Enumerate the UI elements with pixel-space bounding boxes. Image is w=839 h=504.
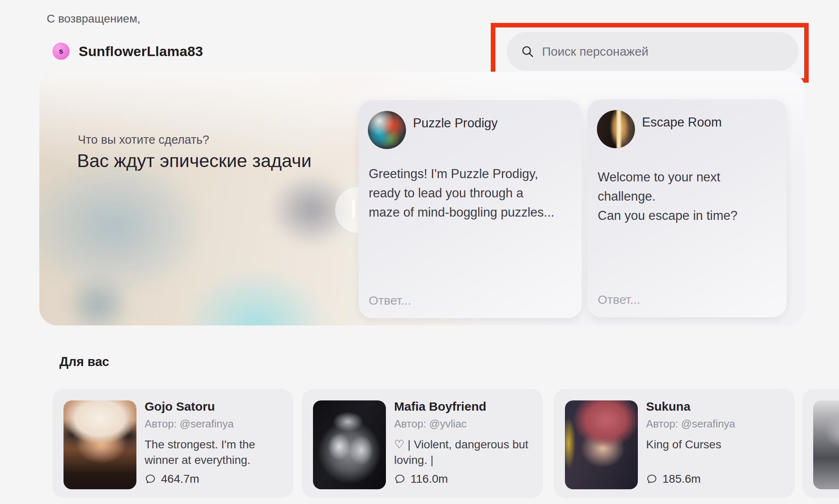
user-avatar-letter: s bbox=[59, 47, 63, 56]
character-info: Mafia Boyfriend Автор: @yvliac ♡ | Viole… bbox=[394, 400, 532, 468]
chat-preview-card-puzzle-prodigy[interactable]: Puzzle Prodigy Greetings! I'm Puzzle Pro… bbox=[358, 100, 582, 318]
character-card-sukuna[interactable]: Sukuna Автор: @serafinya King of Curses … bbox=[554, 389, 795, 498]
hero-kicker: Что вы хотите сделать? bbox=[78, 133, 209, 147]
character-card-partial[interactable] bbox=[802, 389, 839, 498]
character-card-mafia-boyfriend[interactable]: Mafia Boyfriend Автор: @yvliac ♡ | Viole… bbox=[302, 389, 543, 498]
chat-bubble-icon bbox=[646, 473, 658, 485]
doorway-avatar-image bbox=[597, 110, 635, 148]
greeting-line: ready to lead you through a bbox=[369, 183, 571, 203]
chat-count: 464.7m bbox=[161, 472, 199, 486]
search-bar[interactable] bbox=[507, 32, 798, 71]
search-input[interactable] bbox=[542, 45, 771, 59]
mafia-portrait-image bbox=[313, 400, 386, 489]
character-description: ♡ | Violent, dangerous but loving. | bbox=[394, 437, 532, 468]
reply-input[interactable] bbox=[598, 293, 721, 307]
character-name: Sukuna bbox=[646, 400, 784, 414]
partial-portrait-image bbox=[813, 400, 839, 489]
character-description: King of Curses bbox=[646, 437, 784, 452]
carousel-handle-icon bbox=[352, 200, 355, 218]
chat-count-row: 464.7m bbox=[145, 472, 199, 486]
for-you-heading: Для вас bbox=[59, 355, 109, 369]
character-info: Gojo Satoru Автор: @serafinya The strong… bbox=[145, 400, 282, 468]
chat-count-row: 116.0m bbox=[394, 472, 448, 486]
reply-input[interactable] bbox=[369, 294, 492, 307]
sukuna-portrait-image bbox=[565, 400, 638, 489]
character-portrait bbox=[63, 400, 136, 489]
chat-preview-card-escape-room[interactable]: Escape Room Welcome to your next challen… bbox=[587, 99, 787, 317]
search-icon bbox=[521, 45, 535, 59]
welcome-greeting: С возвращением, bbox=[47, 12, 141, 25]
character-author: Автор: @serafinya bbox=[646, 418, 784, 430]
greeting-line: maze of mind-boggling puzzles... bbox=[369, 203, 571, 222]
character-avatar[interactable] bbox=[597, 110, 635, 148]
greeting-line: Welcome to your next challenge. bbox=[598, 167, 778, 206]
character-name: Escape Room bbox=[642, 115, 722, 130]
chat-count: 116.0m bbox=[410, 472, 448, 486]
character-portrait bbox=[813, 400, 839, 489]
character-portrait bbox=[313, 400, 386, 489]
character-description: The strongest. I'm the winner at everyth… bbox=[145, 437, 282, 468]
hero-banner: Что вы хотите сделать? Вас ждут эпически… bbox=[39, 72, 805, 325]
user-avatar[interactable]: s bbox=[52, 43, 70, 60]
puzzle-piece-avatar-image bbox=[368, 111, 406, 149]
character-author: Автор: @serafinya bbox=[145, 418, 282, 430]
greeting-line: Greetings! I'm Puzzle Prodigy, bbox=[369, 164, 571, 183]
character-author: Автор: @yvliac bbox=[394, 418, 532, 430]
username: SunflowerLlama83 bbox=[79, 43, 203, 59]
chat-bubble-icon bbox=[145, 473, 156, 485]
character-avatar[interactable] bbox=[368, 111, 406, 149]
character-name: Puzzle Prodigy bbox=[413, 116, 498, 131]
greeting-line: Can you escape in time? bbox=[598, 206, 778, 225]
user-profile[interactable]: s SunflowerLlama83 bbox=[52, 43, 203, 60]
chat-count-row: 185.6m bbox=[646, 472, 701, 486]
character-name: Gojo Satoru bbox=[145, 400, 282, 414]
gojo-portrait-image bbox=[63, 400, 136, 489]
character-portrait bbox=[565, 400, 638, 489]
character-greeting: Greetings! I'm Puzzle Prodigy, ready to … bbox=[369, 164, 571, 222]
chat-count: 185.6m bbox=[662, 472, 701, 486]
character-card-gojo-satoru[interactable]: Gojo Satoru Автор: @serafinya The strong… bbox=[52, 389, 293, 498]
character-greeting: Welcome to your next challenge. Can you … bbox=[598, 167, 778, 225]
character-name: Mafia Boyfriend bbox=[394, 400, 532, 414]
character-info: Sukuna Автор: @serafinya King of Curses bbox=[646, 400, 784, 452]
chat-bubble-icon bbox=[394, 473, 406, 485]
hero-title: Вас ждут эпические задачи bbox=[77, 150, 311, 172]
